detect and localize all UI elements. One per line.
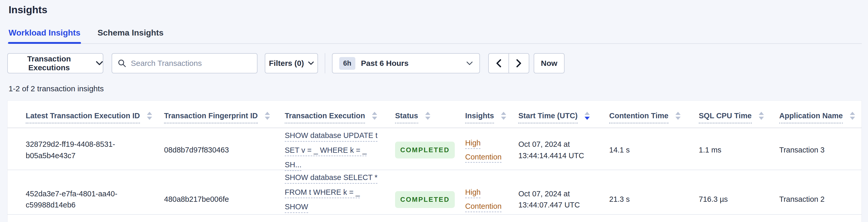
column-header-transaction-execution[interactable]: Transaction Execution — [285, 111, 395, 128]
sort-icon — [501, 112, 506, 120]
transaction-type-dropdown[interactable]: Transaction Executions — [7, 53, 103, 73]
insight-link[interactable]: High Contention — [465, 136, 507, 164]
column-label: Status — [395, 111, 418, 123]
table-row: 452da3e7-e7fa-4801-aa40-c59988d14eb6480a… — [7, 170, 862, 215]
table-body: 328729d2-ff19-4408-8531-b05a5b4e43c708d8… — [7, 128, 862, 215]
search-input[interactable] — [131, 59, 251, 68]
chevron-down-icon — [466, 61, 473, 65]
cell-transaction-execution: SHOW database SELECT *FROM t WHERE k = _… — [285, 170, 395, 222]
sort-icon — [850, 112, 855, 120]
table-header-row: Latest Transaction Execution IDTransacti… — [7, 101, 862, 128]
cell-start-time: Oct 07, 2024 at13:44:07.447 UTC — [518, 188, 609, 211]
filters-button[interactable]: Filters (0) — [265, 53, 318, 73]
status-badge: COMPLETED — [395, 191, 455, 208]
tab-workload-insights[interactable]: Workload Insights — [8, 28, 81, 43]
sort-icon — [675, 112, 681, 120]
page-title: Insights — [7, 4, 862, 15]
column-header-transaction-fingerprint-id[interactable]: Transaction Fingerprint ID — [164, 111, 285, 128]
cell-sql-cpu-time: 716.3 µs — [699, 194, 779, 205]
sort-icon — [147, 112, 152, 120]
time-range-label: Past 6 Hours — [361, 59, 409, 68]
transaction-execution-link[interactable]: SHOW database UPDATE tSET v = _ WHERE k … — [285, 131, 377, 169]
controls-bar: Transaction Executions Filters (0) 6h Pa… — [7, 53, 862, 73]
results-count: 1-2 of 2 transaction insights — [7, 84, 862, 93]
cell-fingerprint-id: 08d8b7d97f830463 — [164, 145, 285, 156]
column-label: Transaction Execution — [285, 111, 365, 123]
column-header-latest-transaction-execution-id[interactable]: Latest Transaction Execution ID — [26, 111, 164, 128]
sort-icon — [265, 112, 270, 120]
chevron-down-icon — [96, 61, 103, 65]
column-label: SQL CPU Time — [699, 111, 752, 123]
cell-contention-time: 14.1 s — [609, 145, 699, 156]
status-badge: COMPLETED — [395, 141, 455, 158]
cell-contention-time: 21.3 s — [609, 194, 699, 205]
cell-insights: High Contention — [465, 136, 518, 164]
search-icon — [118, 59, 126, 67]
column-label: Latest Transaction Execution ID — [26, 111, 140, 123]
cell-execution-id: 328729d2-ff19-4408-8531-b05a5b4e43c7 — [26, 139, 164, 161]
chevron-left-icon — [496, 59, 501, 67]
cell-insights: High Contention — [465, 185, 518, 213]
chevron-right-icon — [516, 59, 522, 67]
column-label: Application Name — [779, 111, 843, 123]
cell-start-time: Oct 07, 2024 at13:44:14.4414 UTC — [518, 139, 609, 161]
transaction-execution-link[interactable]: SHOW database SELECT *FROM t WHERE k = _… — [285, 173, 377, 222]
cell-status: COMPLETED — [395, 191, 465, 208]
time-range-picker[interactable]: 6h Past 6 Hours — [332, 53, 480, 73]
transaction-type-label: Transaction Executions — [8, 55, 90, 72]
search-box[interactable] — [112, 53, 257, 73]
cell-application-name: Transaction 2 — [779, 194, 856, 205]
sort-icon — [759, 112, 764, 120]
cell-execution-id: 452da3e7-e7fa-4801-aa40-c59988d14eb6 — [26, 188, 164, 211]
column-header-status[interactable]: Status — [395, 111, 465, 128]
insights-table-card: Latest Transaction Execution IDTransacti… — [7, 100, 862, 222]
cell-status: COMPLETED — [395, 141, 465, 158]
column-label: Insights — [465, 111, 494, 123]
sort-icon — [585, 112, 590, 120]
time-next-button[interactable] — [509, 53, 529, 73]
column-header-insights[interactable]: Insights — [465, 111, 518, 128]
chevron-down-icon — [308, 61, 314, 65]
insight-link[interactable]: High Contention — [465, 185, 507, 213]
column-label: Transaction Fingerprint ID — [164, 111, 258, 123]
time-nav-group — [488, 53, 529, 73]
sort-icon — [372, 112, 377, 120]
controls-divider — [325, 53, 325, 73]
insights-page: Insights Workload Insights Schema Insigh… — [0, 0, 868, 222]
cell-fingerprint-id: 480a8b217be006fe — [164, 194, 285, 205]
tab-bar: Workload Insights Schema Insights — [7, 28, 862, 44]
column-label: Contention Time — [609, 111, 669, 123]
column-header-start-time[interactable]: Start Time (UTC) — [518, 111, 609, 128]
filters-label: Filters (0) — [269, 59, 304, 68]
column-header-sql-cpu-time[interactable]: SQL CPU Time — [699, 111, 779, 128]
column-label: Start Time (UTC) — [518, 111, 578, 123]
cell-sql-cpu-time: 1.1 ms — [699, 145, 779, 156]
column-header-application-name[interactable]: Application Name — [779, 111, 856, 128]
cell-application-name: Transaction 3 — [779, 145, 856, 156]
now-button[interactable]: Now — [534, 53, 564, 73]
time-range-badge: 6h — [339, 57, 355, 70]
table-row: 328729d2-ff19-4408-8531-b05a5b4e43c708d8… — [7, 128, 862, 170]
sort-icon — [425, 112, 430, 120]
column-header-contention-time[interactable]: Contention Time — [609, 111, 699, 128]
time-prev-button[interactable] — [488, 53, 509, 73]
tab-schema-insights[interactable]: Schema Insights — [98, 28, 163, 43]
cell-transaction-execution: SHOW database UPDATE tSET v = _ WHERE k … — [285, 128, 395, 172]
